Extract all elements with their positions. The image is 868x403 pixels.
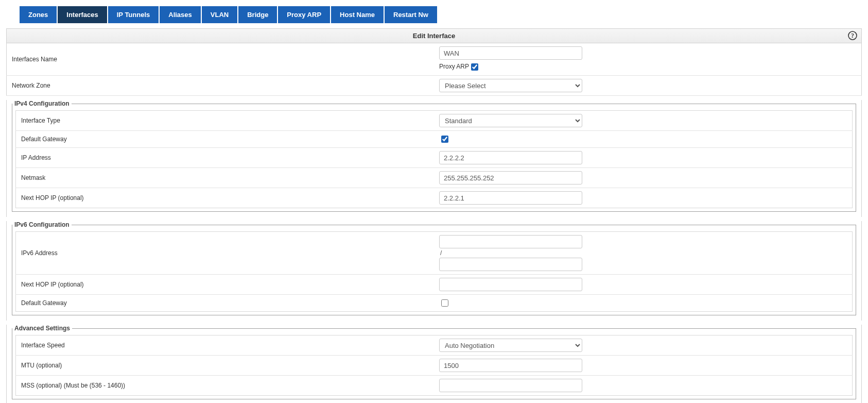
checkbox-ipv4-default-gateway[interactable] [441, 136, 448, 143]
panel-title-bar: Edit Interface ? [6, 28, 862, 43]
tab-vlan[interactable]: VLAN [202, 6, 237, 23]
tab-proxy-arp[interactable]: Proxy ARP [278, 6, 330, 23]
tab-aliases[interactable]: Aliases [160, 6, 201, 23]
checkbox-proxy-arp[interactable] [471, 63, 478, 71]
label-network-zone: Network Zone [7, 76, 435, 96]
tab-interfaces[interactable]: Interfaces [58, 6, 107, 23]
tab-host-name[interactable]: Host Name [331, 6, 384, 23]
tab-zones[interactable]: Zones [20, 6, 57, 23]
input-ipv4-ip-address[interactable] [439, 151, 582, 164]
select-network-zone[interactable]: Please Select [439, 79, 582, 92]
label-ipv6-default-gateway: Default Gateway [16, 295, 435, 312]
svg-text:?: ? [851, 32, 854, 39]
input-ipv4-next-hop[interactable] [439, 191, 582, 205]
label-ipv4-default-gateway: Default Gateway [16, 131, 435, 148]
label-proxy-arp: Proxy ARP [439, 63, 469, 70]
tabs-bar: Zones Interfaces IP Tunnels Aliases VLAN… [6, 6, 862, 23]
input-adv-mss[interactable] [439, 379, 582, 392]
input-ipv6-prefix[interactable] [439, 258, 582, 271]
checkbox-ipv6-default-gateway[interactable] [441, 299, 448, 307]
fieldset-ipv6: IPv6 Configuration IPv6 Address / Next H… [12, 221, 856, 315]
input-ipv6-next-hop[interactable] [439, 278, 582, 291]
input-ipv4-netmask[interactable] [439, 171, 582, 184]
label-adv-mtu: MTU (optional) [16, 356, 435, 376]
panel-title: Edit Interface [413, 32, 455, 40]
label-ipv4-next-hop: Next HOP IP (optional) [16, 188, 435, 208]
label-ipv6-address: IPv6 Address [16, 232, 435, 275]
fieldset-ipv4: IPv4 Configuration Interface Type Standa… [12, 100, 856, 212]
label-interfaces-name: Interfaces Name [7, 43, 435, 76]
ipv6-slash: / [440, 249, 847, 257]
fieldset-advanced: Advanced Settings Interface Speed Auto N… [12, 325, 856, 399]
label-ipv4-ip-address: IP Address [16, 148, 435, 168]
legend-ipv4: IPv4 Configuration [12, 100, 72, 107]
input-ipv6-address[interactable] [439, 235, 582, 248]
label-adv-mss: MSS (optional) (Must be (536 - 1460)) [16, 376, 435, 396]
legend-advanced: Advanced Settings [12, 325, 72, 332]
input-adv-mtu[interactable] [439, 359, 582, 372]
label-ipv4-netmask: Netmask [16, 168, 435, 188]
tab-bridge[interactable]: Bridge [238, 6, 277, 23]
label-ipv6-next-hop: Next HOP IP (optional) [16, 275, 435, 295]
input-interfaces-name[interactable] [439, 46, 582, 60]
label-ipv4-interface-type: Interface Type [16, 111, 435, 131]
select-adv-interface-speed[interactable]: Auto Negotiation [439, 339, 582, 352]
top-form-table: Interfaces Name Proxy ARP Network Zone P… [6, 43, 862, 96]
legend-ipv6: IPv6 Configuration [12, 221, 72, 228]
tab-ip-tunnels[interactable]: IP Tunnels [108, 6, 159, 23]
tab-restart-nw[interactable]: Restart Nw [385, 6, 437, 23]
label-adv-interface-speed: Interface Speed [16, 335, 435, 356]
help-icon[interactable]: ? [848, 31, 857, 43]
select-ipv4-interface-type[interactable]: Standard [439, 114, 582, 127]
